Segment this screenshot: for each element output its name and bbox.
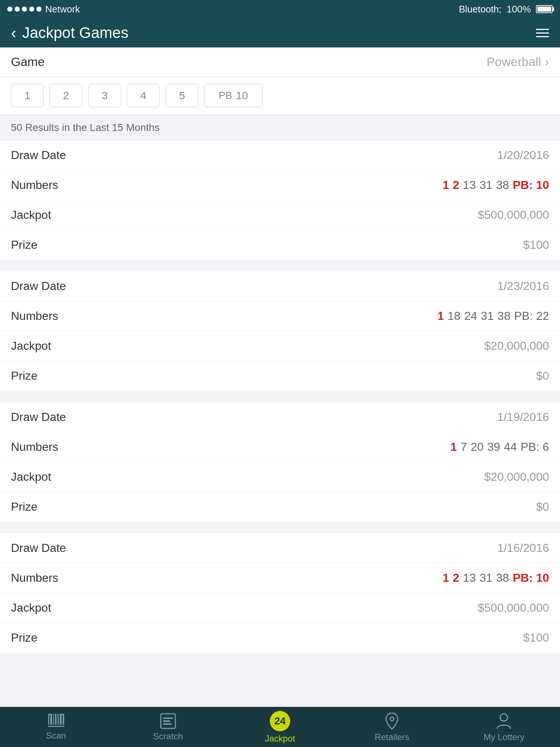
draw-numbers-row: Numbers 12133138 PB: 10 [0,563,560,593]
draw-jackpot-value: $20,000,000 [484,339,549,353]
draw-numbers-row: Numbers 118243138 PB: 22 [0,301,560,331]
draw-spacer-1 [0,396,560,402]
signal-dot-3 [22,7,27,12]
draw-date-label: Draw Date [11,541,66,555]
draw-number: 39 [487,440,501,454]
number-pill-3[interactable]: 3 [88,84,121,107]
nav-header: ‹ Jackpot Games [0,18,560,47]
number-pill-pb[interactable]: PB 10 [204,84,262,107]
draw-number: 13 [463,178,476,192]
pb-value: 10 [236,89,248,102]
svg-point-16 [390,717,394,721]
draw-pb: PB: 10 [513,571,549,585]
tab-my-lottery[interactable]: My Lottery [448,712,560,742]
svg-rect-13 [163,717,173,719]
scan-icon-container [48,714,64,728]
draw-jackpot-row: Jackpot $20,000,000 [0,331,560,361]
draws-container: Draw Date 1/20/2016 Numbers 12133138 PB:… [0,140,560,653]
draw-jackpot-label: Jackpot [11,470,51,484]
status-bar-right: Bluetooth; 100% [459,4,553,15]
draw-number: 2 [453,571,459,585]
draw-spacer-2 [0,527,560,533]
number-pill-1[interactable]: 1 [11,84,44,107]
draw-prize-row: Prize $100 [0,230,560,260]
draw-numbers-label: Numbers [11,309,58,323]
draw-date-row: Draw Date 1/20/2016 [0,140,560,170]
draw-numbers-label: Numbers [11,571,58,585]
draw-number: 18 [448,309,461,323]
back-button[interactable]: ‹ [11,24,16,42]
bluetooth-icon: Bluetooth; [459,4,501,15]
draw-number: 1 [443,178,449,192]
my-lottery-icon-container [496,712,512,730]
tab-scratch[interactable]: Scratch [112,713,224,742]
menu-button[interactable] [536,29,549,37]
draw-jackpot-value: $500,000,000 [478,601,549,615]
draw-numbers-row: Numbers 12133138 PB: 10 [0,170,560,200]
svg-rect-11 [63,714,64,717]
draw-numbers-value: 17203944 PB: 6 [450,440,549,454]
signal-dot-4 [29,7,34,12]
draw-number: 38 [496,178,509,192]
draw-jackpot-row: Jackpot $500,000,000 [0,593,560,623]
signal-dot-5 [36,7,42,12]
tab-jackpot[interactable]: 24 Jackpot [224,711,336,744]
battery-body [536,5,553,13]
draw-prize-row: Prize $100 [0,623,560,653]
tab-retailers[interactable]: Retailers [336,712,448,742]
draw-jackpot-row: Jackpot $500,000,000 [0,200,560,230]
draw-numbers-value: 12133138 PB: 10 [443,178,549,192]
page-title: Jackpot Games [22,24,129,42]
game-label: Game [11,55,45,69]
game-value-text: Powerball [487,55,541,69]
draw-numbers-label: Numbers [11,178,58,192]
svg-rect-3 [55,714,57,725]
draw-date-label: Draw Date [11,148,66,162]
draw-pb: PB: 10 [513,178,549,192]
draw-prize-row: Prize $0 [0,361,560,391]
draw-date-label: Draw Date [11,410,66,424]
scratch-icon-container [160,713,176,729]
chevron-right-icon: › [545,54,549,70]
number-pill-2[interactable]: 2 [50,84,82,107]
menu-line-2 [536,32,549,34]
my-lottery-icon [496,712,512,730]
draw-number: 1 [450,440,457,454]
draw-jackpot-label: Jackpot [11,601,51,615]
draw-number: 44 [504,440,517,454]
menu-line-3 [536,36,549,37]
draw-prize-row: Prize $0 [0,492,560,522]
draw-prize-value: $100 [523,631,549,645]
retailers-icon-container [384,712,400,730]
svg-rect-1 [50,714,52,725]
game-value: Powerball › [487,54,549,70]
tab-scan-label: Scan [46,731,66,741]
number-pill-4[interactable]: 4 [127,84,160,107]
draw-numbers-label: Numbers [11,440,58,454]
draw-numbers-value: 12133138 PB: 10 [443,571,549,585]
tab-my-lottery-label: My Lottery [483,732,524,742]
scroll-content: Game Powerball › 1 2 3 4 5 PB 10 50 Resu… [0,47,560,747]
draw-entry-3: Draw Date 1/16/2016 Numbers 12133138 PB:… [0,533,560,653]
draw-pb: PB: 6 [521,440,549,454]
game-row[interactable]: Game Powerball › [0,47,560,77]
draw-number: 38 [497,309,510,323]
draw-numbers-value: 118243138 PB: 22 [438,309,549,323]
signal-dot-1 [7,7,12,12]
svg-rect-4 [58,714,59,725]
draw-date-row: Draw Date 1/16/2016 [0,533,560,563]
draw-number: 20 [471,440,484,454]
draw-date-value: 1/19/2016 [497,410,549,424]
draw-prize-value: $0 [536,500,549,514]
tab-scan[interactable]: Scan [0,714,112,741]
draw-prize-value: $0 [536,369,549,383]
draw-entry-2: Draw Date 1/19/2016 Numbers 17203944 PB:… [0,402,560,522]
draw-jackpot-row: Jackpot $20,000,000 [0,462,560,492]
draw-prize-label: Prize [11,631,38,645]
svg-rect-5 [60,714,62,725]
carrier-label: Network [45,4,80,15]
draw-prize-label: Prize [11,369,38,383]
status-bar-left: Network [7,4,80,15]
number-pill-5[interactable]: 5 [166,84,198,107]
battery-label: 100% [507,4,531,15]
